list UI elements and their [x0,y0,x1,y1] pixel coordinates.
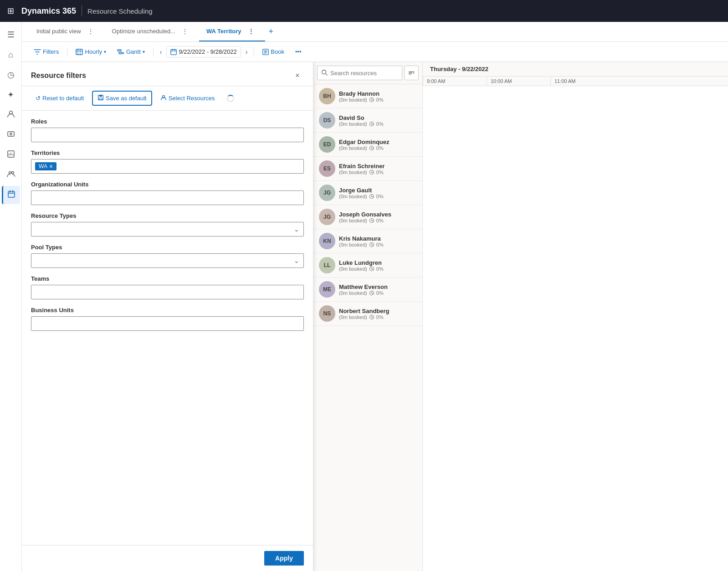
hamburger-icon: ☰ [7,30,15,40]
resource-item[interactable]: ESEfrain Schreiner(0m booked) 0% [313,157,422,181]
resource-avatar: JG [319,209,335,225]
resource-info: Joseph Gonsalves(0m booked) 0% [339,211,417,223]
resource-search-bar [313,62,422,84]
main-layout: ☰ ⌂ ◷ ✦ [0,22,728,571]
grid-icon[interactable]: ⊞ [5,4,16,18]
tab-more-wa[interactable]: ⋮ [244,26,258,37]
business-units-field: Business Units [31,307,304,331]
resource-types-label: Resource Types [31,212,304,219]
svg-line-38 [372,100,373,101]
resource-avatar: LL [319,257,335,273]
resource-item[interactable]: DSDavid So(0m booked) 0% [313,108,422,133]
date-range-label: 9/22/2022 - 9/28/2022 [179,48,236,55]
resource-item[interactable]: JGJorge Gault(0m booked) 0% [313,181,422,205]
filter-close-button[interactable]: × [291,69,304,82]
resource-item[interactable]: MEMatthew Everson(0m booked) 0% [313,278,422,302]
tab-label-initial: Initial public view [36,28,81,35]
schedule-wrapper: Resource filters × ↺ Reset to default [22,62,728,571]
sort-icon [408,70,415,76]
search-input-wrapper[interactable] [317,66,402,80]
sort-button[interactable] [404,66,419,80]
sidebar-item-home[interactable]: ⌂ [2,46,20,64]
svg-line-56 [372,245,373,246]
sidebar-item-recent[interactable]: ◷ [2,66,20,84]
svg-line-44 [372,148,373,149]
gantt-button[interactable]: Gantt ▾ [113,46,149,58]
resource-name: Edgar Dominquez [339,139,417,145]
resource-name: Matthew Everson [339,283,417,290]
resource-name: Norbert Sandberg [339,308,417,314]
svg-line-32 [326,73,328,75]
org-units-input[interactable] [31,190,304,205]
resource-info: David So(0m booked) 0% [339,114,417,127]
resource-meta: (0m booked) 0% [339,290,417,296]
resource-name: Jorge Gault [339,187,417,194]
roles-input[interactable] [31,128,304,142]
resource-item[interactable]: KNKris Nakamura(0m booked) 0% [313,229,422,253]
tab-more-optimize[interactable]: ⋮ [178,26,192,37]
sidebar-item-reports[interactable] [2,146,20,164]
tab-initial-public-view[interactable]: Initial public view ⋮ [29,22,105,41]
territories-input[interactable]: WA × [31,159,304,174]
sidebar-item-accounts[interactable] [2,126,20,144]
resource-avatar: BH [319,88,335,104]
app-subtitle: Resource Scheduling [87,7,153,15]
toolbar: Filters Hourly ▾ Gantt ▾ [22,42,728,62]
search-icon [321,69,328,77]
pool-types-field: Pool Types [31,244,304,268]
business-units-input[interactable] [31,316,304,331]
recent-icon: ◷ [7,70,15,80]
roles-field: Roles [31,118,304,142]
apply-button[interactable]: Apply [264,551,304,566]
pool-types-select[interactable] [31,253,304,268]
date-prev-button[interactable]: ‹ [157,46,165,57]
resource-info: Kris Nakamura(0m booked) 0% [339,235,417,247]
schedule-grid: Thursday - 9/22/2022 9:00 AM10:00 AM11:0… [423,62,728,571]
territories-field: Territories WA × [31,149,304,174]
date-next-button[interactable]: › [243,46,251,57]
clock-icon [76,48,83,56]
add-tab-button[interactable]: + [265,25,277,38]
filter-actions: ↺ Reset to default Save as default [22,86,313,111]
territory-tag-remove-wa[interactable]: × [49,163,53,170]
book-label: Book [271,48,284,55]
date-range-picker[interactable]: 9/22/2022 - 9/28/2022 [166,46,241,57]
resource-info: Efrain Schreiner(0m booked) 0% [339,163,417,175]
tab-wa-territory[interactable]: WA Territory ⋮ [199,22,265,41]
filters-button[interactable]: Filters [29,46,63,58]
resource-info: Jorge Gault(0m booked) 0% [339,187,417,199]
resource-item[interactable]: EDEdgar Dominquez(0m booked) 0% [313,133,422,157]
select-resources-button[interactable]: Select Resources [156,92,220,105]
resource-item[interactable]: JGJoseph Gonsalves(0m booked) 0% [313,205,422,229]
sidebar-item-people[interactable] [2,166,20,184]
resource-meta: (0m booked) 0% [339,97,417,103]
save-as-default-button[interactable]: Save as default [92,91,152,106]
sidebar-item-hamburger[interactable]: ☰ [2,26,20,44]
tab-more-initial[interactable]: ⋮ [84,26,97,37]
schedule-date-header: Thursday - 9/22/2022 [423,62,728,77]
svg-line-47 [372,172,373,173]
teams-input[interactable] [31,285,304,299]
sidebar-item-calendar[interactable] [2,186,20,204]
sidebar-item-contacts[interactable] [2,106,20,124]
resource-item[interactable]: NSNorbert Sandberg(0m booked) 0% [313,302,422,326]
sidebar-item-pinned[interactable]: ✦ [2,86,20,104]
svg-rect-17 [118,50,121,51]
gantt-chevron-icon: ▾ [143,49,145,54]
tab-optimize-unscheduled[interactable]: Optimize unscheduled... ⋮ [105,22,199,41]
resource-types-select[interactable] [31,222,304,237]
resource-meta: (0m booked) 0% [339,194,417,199]
book-button[interactable]: Book [258,46,289,58]
time-slot: 10:00 AM [487,77,550,86]
business-units-label: Business Units [31,307,304,314]
svg-rect-28 [99,95,102,97]
resource-name: Efrain Schreiner [339,163,417,170]
more-options-button[interactable]: ••• [291,46,306,58]
pin-icon: ✦ [7,90,14,100]
hourly-button[interactable]: Hourly ▾ [71,46,111,58]
resource-item[interactable]: BHBrady Hannon(0m booked) 0% [313,84,422,108]
resource-item[interactable]: LLLuke Lundgren(0m booked) 0% [313,253,422,278]
gantt-icon [117,48,124,56]
search-input[interactable] [330,70,398,77]
reset-to-default-button[interactable]: ↺ Reset to default [31,92,88,104]
